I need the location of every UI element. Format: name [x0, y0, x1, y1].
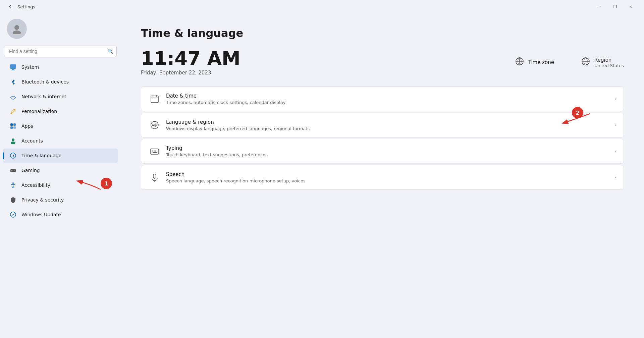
nav-system[interactable]: System [3, 60, 118, 74]
bluetooth-label: Bluetooth & devices [21, 79, 69, 84]
nav-privacy[interactable]: Privacy & security [3, 193, 118, 207]
accounts-icon [9, 137, 17, 145]
nav-bluetooth[interactable]: Bluetooth & devices [3, 75, 118, 89]
timezone-icon [515, 57, 524, 68]
network-icon [9, 93, 17, 100]
maximize-button[interactable]: ❐ [607, 1, 623, 12]
svg-rect-39 [153, 174, 156, 178]
personalization-label: Personalization [21, 109, 57, 114]
svg-rect-37 [155, 151, 156, 152]
region-label: Region [594, 57, 624, 63]
titlebar: Settings — ❐ ✕ [0, 0, 644, 13]
nav-network[interactable]: Network & internet [3, 90, 118, 104]
nav-time-language[interactable]: Time & language [3, 149, 118, 163]
nav-accounts[interactable]: Accounts [3, 134, 118, 148]
language-region-title: Language & region [166, 119, 610, 125]
svg-point-17 [14, 171, 15, 171]
page-title: Time & language [141, 27, 624, 40]
region-item: Region United States [581, 57, 624, 68]
nav-accessibility[interactable]: Accessibility [3, 178, 118, 192]
personalization-icon [9, 108, 17, 115]
typing-title: Typing [166, 145, 610, 151]
time-meta: Time zone Region United States [515, 57, 624, 68]
system-icon [9, 63, 17, 71]
svg-text:A字: A字 [152, 123, 158, 127]
typing-text: Typing Touch keyboard, text suggestions,… [166, 145, 610, 157]
privacy-label: Privacy & security [21, 197, 64, 203]
date-time-desc: Time zones, automatic clock settings, ca… [166, 100, 610, 105]
typing-chevron: › [614, 149, 616, 154]
typing-desc: Touch keyboard, text suggestions, prefer… [166, 152, 610, 157]
svg-point-16 [14, 170, 14, 171]
window-controls: — ❐ ✕ [591, 1, 639, 12]
back-button[interactable] [5, 2, 15, 11]
date-time-chevron: › [614, 97, 616, 101]
current-date: Friday, September 22, 2023 [141, 70, 515, 76]
svg-point-0 [14, 25, 19, 30]
language-region-chevron: › [614, 123, 616, 127]
setting-language-region[interactable]: A字 Language & region Windows display lan… [141, 113, 624, 137]
timezone-text: Time zone [528, 59, 554, 65]
gaming-label: Gaming [21, 168, 40, 173]
svg-point-1 [13, 31, 21, 34]
time-block: 11:47 AM Friday, September 22, 2023 [141, 49, 515, 76]
bluetooth-icon [9, 78, 17, 86]
svg-rect-13 [10, 169, 16, 172]
svg-point-11 [11, 142, 15, 144]
date-time-title: Date & time [166, 93, 610, 99]
apps-icon [9, 122, 17, 130]
accounts-label: Accounts [21, 138, 43, 144]
speech-desc: Speech language, speech recognition micr… [166, 178, 610, 183]
close-button[interactable]: ✕ [623, 1, 639, 12]
nav-gaming[interactable]: Gaming [3, 163, 118, 177]
svg-rect-7 [13, 123, 16, 126]
nav-windows-update[interactable]: Windows Update [3, 208, 118, 222]
svg-rect-6 [10, 123, 13, 126]
time-header: 11:47 AM Friday, September 22, 2023 Time… [141, 49, 624, 76]
nav-personalization[interactable]: Personalization [3, 104, 118, 118]
svg-rect-35 [152, 151, 153, 152]
network-label: Network & internet [21, 94, 66, 99]
language-region-text: Language & region Windows display langua… [166, 119, 610, 131]
windows-update-label: Windows Update [21, 212, 61, 217]
speech-chevron: › [614, 175, 616, 180]
speech-icon [149, 171, 161, 183]
svg-rect-27 [151, 96, 158, 103]
timezone-item: Time zone [515, 57, 554, 68]
sidebar: 🔍 System Bluetooth & devices Network & i… [0, 13, 121, 338]
search-icon: 🔍 [108, 49, 113, 54]
time-language-label: Time & language [21, 153, 61, 158]
region-text: Region United States [594, 57, 624, 68]
speech-title: Speech [166, 171, 610, 177]
speech-text: Speech Speech language, speech recogniti… [166, 171, 610, 183]
svg-rect-15 [11, 171, 13, 171]
svg-rect-38 [153, 152, 157, 153]
svg-rect-2 [10, 64, 16, 69]
main-layout: 🔍 System Bluetooth & devices Network & i… [0, 13, 644, 338]
date-time-icon [149, 93, 161, 105]
svg-point-5 [13, 99, 14, 100]
accessibility-label: Accessibility [21, 182, 50, 188]
svg-rect-36 [154, 151, 155, 152]
search-box: 🔍 [4, 46, 117, 57]
svg-rect-34 [151, 149, 159, 154]
time-language-icon [9, 152, 17, 159]
titlebar-title: Settings [17, 4, 35, 9]
apps-label: Apps [21, 123, 33, 129]
setting-date-time[interactable]: Date & time Time zones, automatic clock … [141, 87, 624, 111]
date-time-text: Date & time Time zones, automatic clock … [166, 93, 610, 105]
timezone-label: Time zone [528, 59, 554, 65]
windows-update-icon [9, 211, 17, 218]
accessibility-icon [9, 181, 17, 189]
minimize-button[interactable]: — [591, 1, 606, 12]
current-time: 11:47 AM [141, 49, 515, 68]
svg-rect-9 [13, 126, 16, 129]
nav-apps[interactable]: Apps [3, 119, 118, 133]
search-input[interactable] [4, 46, 117, 57]
language-region-desc: Windows display language, preferred lang… [166, 126, 610, 131]
svg-rect-4 [11, 70, 15, 70]
setting-speech[interactable]: Speech Speech language, speech recogniti… [141, 165, 624, 190]
setting-typing[interactable]: Typing Touch keyboard, text suggestions,… [141, 139, 624, 164]
content-area: Time & language 11:47 AM Friday, Septemb… [121, 13, 644, 338]
svg-rect-3 [12, 69, 14, 70]
